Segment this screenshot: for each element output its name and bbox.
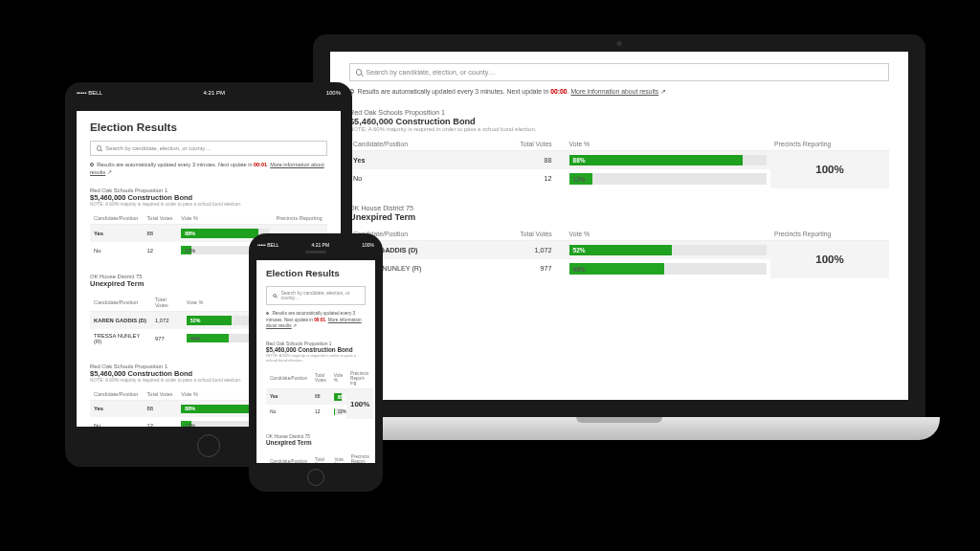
candidate-name: KAREN GADDIS (D) bbox=[90, 312, 151, 329]
search-input[interactable]: Search by candidate, election, or county… bbox=[266, 286, 366, 305]
vote-pct-bar: 88% bbox=[566, 150, 770, 169]
laptop-bezel: Search by candidate, election, or county… bbox=[313, 34, 925, 417]
speaker-icon bbox=[305, 251, 326, 253]
home-button[interactable] bbox=[197, 434, 220, 457]
race-card: OK House District 75 Unexpired Term Cand… bbox=[349, 204, 889, 278]
col-votes: Total Votes bbox=[470, 138, 565, 151]
info-icon: i bbox=[266, 312, 269, 315]
search-input[interactable]: Search by candidate, election, or county… bbox=[90, 141, 327, 156]
page-title: Election Results bbox=[90, 121, 327, 133]
search-placeholder: Search by candidate, election, or county… bbox=[105, 145, 211, 151]
col-precincts: Precincts Report-ing bbox=[346, 368, 373, 389]
search-placeholder: Search by candidate, election, or county… bbox=[280, 291, 359, 300]
total-votes: 88 bbox=[470, 150, 565, 169]
precincts-reporting: 100% bbox=[770, 240, 889, 278]
col-candidate: Candidate/Position bbox=[90, 294, 151, 312]
laptop-viewport: Search by candidate, election, or county… bbox=[330, 52, 908, 400]
camera-icon bbox=[617, 41, 622, 46]
race-pretitle: OK House District 75 bbox=[349, 204, 889, 212]
col-votes: Total Votes bbox=[480, 228, 566, 241]
total-votes: 977 bbox=[480, 259, 566, 278]
col-votes: Total Votes bbox=[311, 368, 330, 389]
col-pct: Vote % bbox=[177, 212, 272, 225]
candidate-name: No bbox=[349, 169, 470, 188]
col-pct: Vote % bbox=[566, 138, 770, 151]
precincts-reporting: 100% bbox=[770, 150, 889, 188]
race-title: Unexpired Term bbox=[349, 212, 889, 222]
race-card: Red Oak Schools Proposition 1 $5,460,000… bbox=[349, 108, 889, 188]
col-precincts: Precincts Reporting bbox=[770, 228, 889, 241]
search-icon bbox=[97, 145, 101, 150]
update-info: i Results are automatically updated ever… bbox=[266, 311, 366, 330]
page-title: Election Results bbox=[266, 268, 366, 278]
status-bar: ••••• BELL4:21 PM100% bbox=[77, 90, 341, 96]
candidate-name: No bbox=[266, 405, 311, 420]
update-info: i Results are automatically updated ever… bbox=[90, 162, 327, 176]
total-votes: 88 bbox=[144, 400, 178, 417]
results-table: Candidate/Position Total Votes Vote % Pr… bbox=[349, 138, 889, 188]
race-note: NOTE: A 60% majority is required in orde… bbox=[349, 126, 889, 132]
col-candidate: Candidate/Position bbox=[349, 138, 470, 151]
total-votes: 12 bbox=[311, 405, 330, 420]
col-precincts: Precincts Reporting bbox=[273, 212, 327, 225]
results-table: Candidate/Position Total Votes Vote % Pr… bbox=[266, 368, 373, 420]
col-candidate: Candidate/Position bbox=[266, 368, 311, 389]
result-row: Yes 88 88% 100% bbox=[266, 388, 373, 404]
candidate-name: Yes bbox=[90, 400, 144, 417]
race-list: Red Oak Schools Proposition 1 $5,460,000… bbox=[266, 342, 366, 463]
search-input[interactable]: Search by candidate, election, or county… bbox=[349, 63, 889, 81]
info-icon: i bbox=[90, 163, 94, 166]
candidate-name: No bbox=[90, 417, 144, 427]
candidate-name: TRESSA NUNLEY (R) bbox=[90, 329, 151, 348]
update-info: i Results are automatically updated ever… bbox=[349, 87, 889, 97]
total-votes: 12 bbox=[470, 169, 565, 188]
col-candidate: Candidate/Position bbox=[90, 212, 144, 225]
col-pct: Vote % bbox=[330, 452, 346, 463]
race-card: Red Oak Schools Proposition 1 $5,460,000… bbox=[266, 342, 366, 420]
race-title: $5,460,000 Construction Bond bbox=[349, 117, 889, 126]
race-title: Unexpired Term bbox=[266, 439, 366, 446]
results-table: Candidate/Position Total Votes Vote % Pr… bbox=[349, 228, 889, 278]
col-candidate: Candidate/Position bbox=[266, 452, 311, 463]
total-votes: 88 bbox=[311, 388, 330, 404]
more-info-link[interactable]: More information about results bbox=[570, 88, 658, 95]
vote-pct-bar: 52% bbox=[566, 240, 770, 259]
status-bar: ••••• BELL4:21 PM100% bbox=[257, 242, 374, 248]
total-votes: 977 bbox=[151, 329, 183, 348]
phone-device: ••••• BELL4:21 PM100% Election Results S… bbox=[249, 233, 383, 492]
results-table: Candidate/Position Total Votes Vote % Pr… bbox=[266, 452, 374, 463]
candidate-name: No bbox=[90, 242, 144, 258]
total-votes: 88 bbox=[144, 225, 178, 242]
candidate-name: Yes bbox=[90, 225, 144, 242]
race-title: $5,460,000 Construction Bond bbox=[90, 193, 327, 202]
result-row: KAREN GADDIS (D) 1,072 52% 100% bbox=[349, 240, 889, 259]
race-list: Red Oak Schools Proposition 1 $5,460,000… bbox=[349, 108, 889, 278]
col-votes: Total Votes bbox=[144, 388, 178, 401]
vote-pct-bar: 12% bbox=[330, 405, 346, 420]
total-votes: 12 bbox=[144, 417, 178, 427]
col-votes: Total Votes bbox=[151, 294, 183, 312]
candidate-name: Yes bbox=[266, 388, 311, 404]
phone-viewport: Election Results Search by candidate, el… bbox=[256, 260, 375, 463]
vote-pct-bar: 88% bbox=[330, 388, 346, 404]
search-placeholder: Search by candidate, election, or county… bbox=[366, 68, 495, 77]
home-button[interactable] bbox=[307, 469, 324, 486]
result-row: Yes 88 88% 100% bbox=[349, 150, 889, 169]
col-votes: Total Votes bbox=[144, 212, 178, 225]
race-title: $5,460,000 Construction Bond bbox=[266, 346, 366, 353]
race-pretitle: Red Oak Schools Proposition 1 bbox=[349, 108, 889, 117]
total-votes: 12 bbox=[144, 242, 178, 258]
col-precincts: Precincts Report-ing bbox=[347, 452, 374, 463]
search-icon bbox=[273, 294, 277, 298]
race-card: OK House District 75 Unexpired Term Cand… bbox=[266, 434, 366, 463]
col-votes: Total Votes bbox=[311, 452, 330, 463]
race-note: NOTE: A 60% majority is required in orde… bbox=[266, 353, 366, 363]
vote-pct-bar: 48% bbox=[566, 259, 770, 278]
col-pct: Vote % bbox=[330, 368, 346, 389]
total-votes: 1,072 bbox=[151, 312, 183, 329]
search-icon bbox=[356, 69, 362, 75]
col-candidate: Candidate/Position bbox=[90, 388, 144, 401]
laptop-device: Search by candidate, election, or county… bbox=[299, 34, 940, 474]
laptop-base bbox=[299, 417, 940, 440]
vote-pct-bar: 12% bbox=[566, 169, 770, 188]
